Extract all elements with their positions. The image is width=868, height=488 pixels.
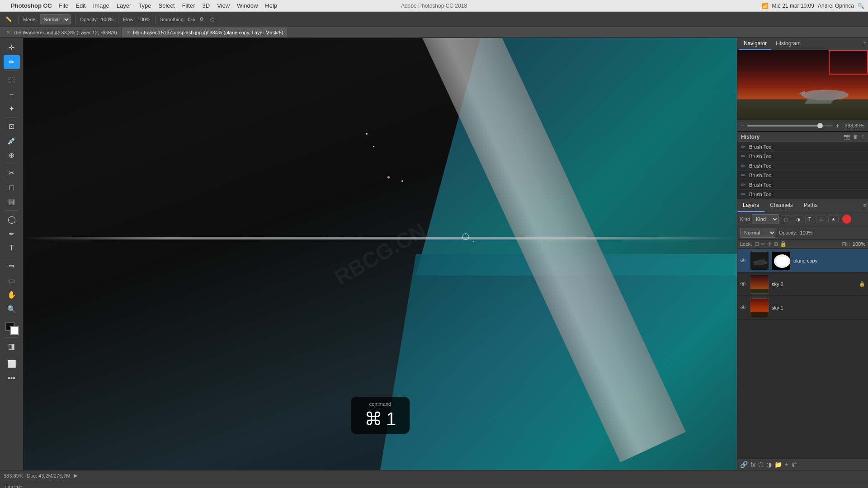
- gradient-tool[interactable]: ▦: [4, 195, 20, 208]
- pen-tool[interactable]: ✒: [4, 227, 20, 240]
- zoom-tool[interactable]: 🔍: [4, 302, 20, 316]
- zoom-in-btn[interactable]: +: [835, 122, 839, 129]
- menu-window[interactable]: Window: [237, 2, 258, 9]
- delete-layer-btn[interactable]: 🗑: [791, 461, 797, 468]
- kind-select[interactable]: Kind Name Effect Mode: [752, 214, 779, 224]
- layer-item-plane-copy[interactable]: 👁: [737, 249, 868, 272]
- layer-visibility-plane[interactable]: 👁: [740, 257, 747, 264]
- opacity-value[interactable]: 100%: [101, 17, 113, 22]
- filter-type-btn[interactable]: T: [805, 216, 814, 223]
- timeline-label[interactable]: Timeline: [4, 484, 22, 488]
- eyedropper-tool[interactable]: 💉: [4, 134, 20, 147]
- color-picker[interactable]: [4, 320, 20, 335]
- text-tool[interactable]: T: [4, 241, 20, 255]
- canvas-area[interactable]: RBCG.CN command ⌘ 1: [24, 38, 737, 470]
- history-snap-icon[interactable]: 📷: [844, 134, 850, 140]
- brush-tool[interactable]: ✏: [4, 55, 20, 69]
- history-item-5[interactable]: ✏ Brush Tool: [737, 180, 868, 190]
- history-header[interactable]: History 📷 🗑 ≡: [737, 132, 868, 142]
- tab-paths[interactable]: Paths: [798, 199, 823, 212]
- opacity-value[interactable]: 100%: [800, 230, 816, 235]
- menu-file[interactable]: File: [59, 2, 68, 9]
- tab-close-1[interactable]: ✕: [6, 30, 10, 35]
- history-item-1[interactable]: ✏ Brush Tool: [737, 142, 868, 152]
- menu-image[interactable]: Image: [93, 2, 109, 9]
- menu-layer[interactable]: Layer: [117, 2, 132, 9]
- menu-help[interactable]: Help: [265, 2, 277, 9]
- smoothing-value[interactable]: 0%: [188, 17, 195, 22]
- layers-menu-icon[interactable]: ≡: [863, 202, 866, 209]
- history-trash-icon[interactable]: 🗑: [853, 134, 859, 140]
- lock-image-icon[interactable]: ✏: [761, 241, 765, 247]
- mode-select[interactable]: Normal Multiply Screen Overlay: [40, 14, 71, 24]
- add-layer-btn[interactable]: +: [785, 461, 788, 468]
- filter-smart-btn[interactable]: ★: [828, 216, 839, 223]
- filter-shape-btn[interactable]: ▭: [816, 216, 826, 223]
- add-link-btn[interactable]: 🔗: [740, 461, 748, 468]
- tab-wanderer[interactable]: ✕ The Wanderer.psd @ 33,3% (Layer 12, RG…: [2, 28, 122, 38]
- layer-item-sky2[interactable]: 👁: [737, 272, 868, 296]
- pressure-btn[interactable]: ◎: [208, 15, 217, 23]
- menu-select[interactable]: Select: [158, 2, 175, 9]
- hand-tool[interactable]: ✋: [4, 288, 20, 301]
- shape-tool[interactable]: ▭: [4, 273, 20, 287]
- layer-item-sky1[interactable]: 👁: [737, 296, 868, 319]
- search-icon[interactable]: 🔍: [858, 3, 864, 9]
- clone-tool[interactable]: ✂: [4, 166, 20, 179]
- tab-channels[interactable]: Channels: [764, 199, 798, 212]
- app-name[interactable]: Photoshop CC: [11, 2, 52, 9]
- status-arrow[interactable]: ▶: [74, 473, 77, 479]
- navigator-viewport-rect: [829, 50, 868, 75]
- menu-3d[interactable]: 3D: [203, 2, 210, 9]
- blend-mode-select[interactable]: Normal Multiply Screen Overlay Soft Ligh…: [740, 228, 776, 238]
- tab-close-2[interactable]: ✕: [127, 30, 130, 35]
- panel-menu-icon[interactable]: ≡: [863, 41, 866, 47]
- path-select[interactable]: ⇒: [4, 259, 20, 272]
- menu-edit[interactable]: Edit: [75, 2, 85, 9]
- eraser-tool[interactable]: ◻: [4, 180, 20, 194]
- navigator-thumbnail[interactable]: [737, 50, 868, 120]
- zoom-thumb[interactable]: [817, 123, 823, 128]
- menu-filter[interactable]: Filter: [182, 2, 195, 9]
- lock-transparent-icon[interactable]: ⊡: [755, 241, 759, 247]
- marquee-tool[interactable]: ⬚: [4, 73, 20, 86]
- lock-all-icon[interactable]: 🔒: [780, 241, 787, 247]
- quick-mask[interactable]: ◨: [4, 339, 20, 353]
- screen-mode[interactable]: ⬜: [4, 357, 20, 371]
- move-tool[interactable]: ✛: [4, 41, 20, 54]
- lock-artboard-icon[interactable]: ⊞: [774, 241, 778, 247]
- add-style-btn[interactable]: fx: [750, 461, 755, 468]
- dodge-tool[interactable]: ◯: [4, 212, 20, 226]
- zoom-out-btn[interactable]: −: [741, 122, 745, 129]
- layer-visibility-sky2[interactable]: 👁: [740, 281, 747, 288]
- tab-blair[interactable]: ✕ blair-fraser-15137-unsplash.jpg @ 384%…: [122, 28, 288, 38]
- heal-tool[interactable]: ⊕: [4, 148, 20, 162]
- canvas-content[interactable]: RBCG.CN command ⌘ 1: [24, 38, 737, 470]
- history-item-4[interactable]: ✏ Brush Tool: [737, 171, 868, 180]
- lock-position-icon[interactable]: ✛: [767, 241, 772, 247]
- history-item-6[interactable]: ✏ Brush Tool: [737, 190, 868, 199]
- menu-view[interactable]: View: [217, 2, 230, 9]
- add-mask-btn[interactable]: ⬡: [758, 461, 764, 468]
- history-item-2[interactable]: ✏ Brush Tool: [737, 152, 868, 161]
- zoom-slider[interactable]: [747, 125, 833, 127]
- crop-tool[interactable]: ⊡: [4, 119, 20, 133]
- fill-value[interactable]: 100%: [853, 241, 865, 247]
- flow-value[interactable]: 100%: [137, 17, 150, 22]
- more-tools[interactable]: •••: [4, 371, 20, 385]
- brush-tool-btn[interactable]: ✏️: [4, 15, 14, 23]
- add-adjustment-btn[interactable]: ◑: [766, 461, 772, 468]
- lasso-tool[interactable]: ⌢: [4, 87, 20, 101]
- add-group-btn[interactable]: 📁: [774, 461, 782, 468]
- filter-pixel-btn[interactable]: ⬚: [781, 216, 791, 223]
- tab-layers[interactable]: Layers: [737, 199, 764, 212]
- filter-adjust-btn[interactable]: ◑: [793, 216, 803, 223]
- brush-settings-btn[interactable]: ⚙: [198, 15, 206, 23]
- menu-type[interactable]: Type: [138, 2, 151, 9]
- history-menu-icon[interactable]: ≡: [861, 134, 864, 140]
- tab-histogram[interactable]: Histogram: [771, 38, 805, 50]
- tab-navigator[interactable]: Navigator: [739, 38, 771, 50]
- magic-wand[interactable]: ✦: [4, 102, 20, 115]
- layer-visibility-sky1[interactable]: 👁: [740, 304, 747, 311]
- history-item-3[interactable]: ✏ Brush Tool: [737, 161, 868, 171]
